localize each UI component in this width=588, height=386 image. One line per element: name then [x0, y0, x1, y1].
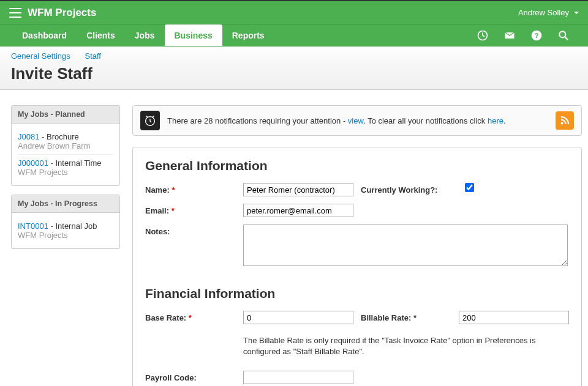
base-rate-input[interactable]	[243, 311, 353, 324]
billable-rate-input[interactable]	[459, 311, 569, 324]
form-container: General Information Name: * Currently Wo…	[132, 147, 582, 386]
nav-clients[interactable]: Clients	[77, 24, 125, 46]
svg-point-6	[561, 122, 564, 125]
job-client: WFM Projects	[18, 168, 68, 177]
nav-jobs[interactable]: Jobs	[125, 24, 165, 46]
job-link[interactable]: J000001	[18, 158, 48, 168]
billable-help-text: The Billable Rate is only required if th…	[243, 335, 569, 357]
base-rate-label: Base Rate:	[145, 313, 186, 322]
notes-textarea[interactable]	[243, 225, 568, 266]
name-label: Name:	[145, 185, 170, 195]
app-header: WFM Projects Andrew Solley	[0, 0, 588, 24]
nav-reports[interactable]: Reports	[222, 24, 274, 46]
subnav: General Settings Staff	[0, 46, 588, 63]
search-icon[interactable]	[557, 29, 570, 42]
job-client: Andrew Brown Farm	[18, 141, 90, 150]
notif-here-link[interactable]: here	[488, 116, 503, 125]
notification-bar: There are 28 notifications requiring you…	[132, 105, 582, 136]
subnav-general-settings[interactable]: General Settings	[11, 51, 70, 61]
email-input[interactable]	[243, 204, 353, 217]
sidebar-inprogress: My Jobs - In Progress INT0001 - Internal…	[11, 195, 120, 249]
job-client: WFM Projects	[18, 231, 68, 240]
general-section-title: General Information	[145, 158, 569, 173]
nav-dashboard[interactable]: Dashboard	[12, 24, 77, 46]
user-menu[interactable]: Andrew Solley	[518, 8, 579, 17]
hamburger-icon[interactable]	[9, 8, 21, 18]
billable-rate-label: Billable Rate:	[361, 313, 411, 322]
name-input[interactable]	[243, 183, 353, 196]
sidebar-inprogress-title: My Jobs - In Progress	[12, 195, 119, 213]
notif-prefix: There are 28 notifications requiring you…	[167, 116, 348, 125]
subnav-staff[interactable]: Staff	[85, 51, 101, 61]
job-item: J000001 - Internal Time WFM Projects	[18, 155, 113, 180]
clock-icon[interactable]	[477, 29, 489, 42]
job-item: J0081 - Brochure Andrew Brown Farm	[18, 128, 113, 155]
currently-working-checkbox[interactable]	[465, 183, 474, 192]
alarm-clock-icon	[140, 111, 160, 130]
chevron-down-icon	[574, 12, 579, 14]
email-label: Email:	[145, 206, 169, 215]
svg-text:?: ?	[534, 31, 538, 39]
currently-working-label: Currently Working?:	[361, 185, 437, 195]
rss-icon[interactable]	[556, 111, 574, 130]
sidebar: My Jobs - Planned J0081 - Brochure Andre…	[11, 105, 120, 258]
mail-icon[interactable]	[503, 29, 516, 42]
page-title: Invite Staff	[0, 63, 588, 90]
sidebar-planned: My Jobs - Planned J0081 - Brochure Andre…	[11, 105, 120, 186]
notif-view-link[interactable]: view	[348, 116, 363, 125]
payroll-code-input[interactable]	[243, 371, 353, 384]
job-link[interactable]: J0081	[18, 132, 39, 141]
job-item: INT0001 - Internal Job WFM Projects	[18, 218, 113, 243]
job-link[interactable]: INT0001	[18, 221, 48, 231]
main-content: There are 28 notifications requiring you…	[132, 105, 582, 386]
main-nav: Dashboard Clients Jobs Business Reports …	[0, 24, 588, 46]
financial-section-title: Financial Information	[145, 286, 569, 301]
payroll-code-label: Payroll Code:	[145, 373, 197, 382]
app-title: WFM Projects	[28, 7, 96, 19]
user-name: Andrew Solley	[518, 8, 569, 17]
notes-label: Notes:	[145, 227, 170, 236]
help-icon[interactable]: ?	[530, 29, 543, 42]
nav-business[interactable]: Business	[165, 24, 222, 46]
sidebar-planned-title: My Jobs - Planned	[12, 106, 119, 124]
